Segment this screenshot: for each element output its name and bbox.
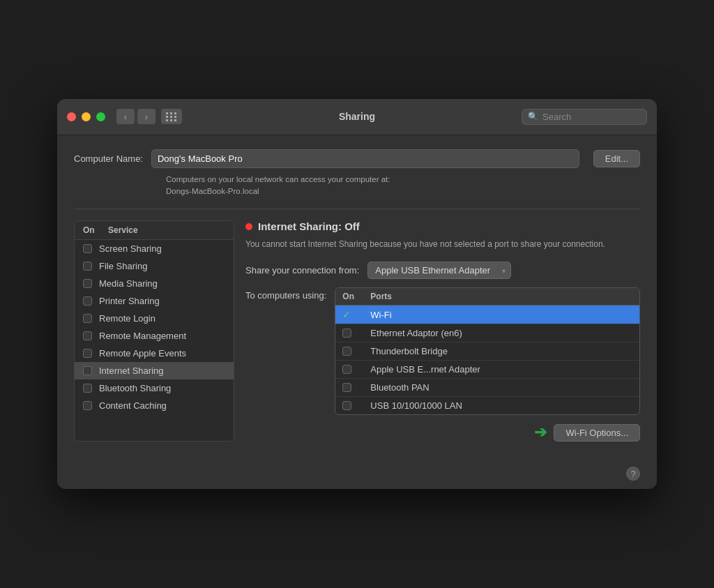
ports-label-apple-usb: Apple USB E...rnet Adapter (370, 364, 480, 375)
sidebar-header-service: Service (108, 225, 138, 235)
bluetooth-sharing-checkbox[interactable] (83, 384, 92, 393)
grid-icon (166, 112, 177, 121)
sidebar-label-bluetooth-sharing: Bluetooth Sharing (99, 383, 171, 393)
computer-name-row: Computer Name: Edit... (74, 149, 640, 168)
media-sharing-checkbox[interactable] (83, 279, 92, 288)
usb-lan-checkbox[interactable] (342, 401, 351, 410)
computers-using-label: To computers using: (245, 287, 326, 301)
sidebar-label-media-sharing: Media Sharing (99, 278, 158, 289)
share-from-dropdown-wrapper: Apple USB Ethernet Adapter ▾ (367, 262, 511, 279)
ports-row-wifi[interactable]: ✓ Wi-Fi (335, 306, 639, 324)
ports-row-thunderbolt[interactable]: Thunderbolt Bridge (335, 342, 639, 361)
close-button[interactable] (67, 112, 76, 121)
remote-apple-events-checkbox[interactable] (83, 349, 92, 358)
content: Computer Name: Edit... Computers on your… (57, 135, 657, 456)
sidebar: On Service Screen Sharing File Sharing M… (74, 220, 234, 442)
sidebar-label-file-sharing: File Sharing (99, 261, 147, 271)
sidebar-header: On Service (75, 221, 234, 240)
sidebar-item-remote-apple-events[interactable]: Remote Apple Events (75, 345, 234, 362)
computers-using-row: To computers using: On Ports ✓ Wi-Fi (245, 287, 640, 415)
sidebar-header-on: On (83, 225, 108, 235)
content-caching-checkbox[interactable] (83, 401, 92, 410)
screen-sharing-checkbox[interactable] (83, 244, 92, 253)
traffic-lights (67, 112, 105, 121)
ports-label-bluetooth-pan: Bluetooth PAN (370, 382, 429, 393)
sidebar-label-content-caching: Content Caching (99, 400, 167, 411)
search-box[interactable]: 🔍 (522, 109, 647, 125)
sidebar-label-internet-sharing: Internet Sharing (99, 365, 164, 376)
edit-button[interactable]: Edit... (593, 150, 640, 167)
search-icon: 🔍 (528, 112, 538, 121)
printer-sharing-checkbox[interactable] (83, 296, 92, 306)
remote-login-checkbox[interactable] (83, 314, 92, 323)
sidebar-label-remote-apple-events: Remote Apple Events (99, 348, 186, 359)
ports-col-on: On (342, 292, 370, 301)
ports-label-ethernet: Ethernet Adaptor (en6) (370, 328, 462, 338)
sidebar-item-remote-login[interactable]: Remote Login (75, 310, 234, 327)
maximize-button[interactable] (96, 112, 105, 121)
apple-usb-checkbox[interactable] (342, 365, 351, 374)
computer-name-sub: Computers on your local network can acce… (166, 174, 640, 198)
titlebar: ‹ › Sharing 🔍 (57, 99, 657, 135)
ports-label-thunderbolt: Thunderbolt Bridge (370, 346, 448, 356)
grid-button[interactable] (161, 109, 182, 124)
sidebar-label-remote-management: Remote Management (99, 331, 186, 341)
remote-management-checkbox[interactable] (83, 331, 92, 340)
sidebar-item-file-sharing[interactable]: File Sharing (75, 257, 234, 275)
bottom-bar: ? (57, 455, 657, 489)
internet-sharing-checkbox[interactable] (83, 366, 92, 375)
sidebar-item-content-caching[interactable]: Content Caching (75, 397, 234, 414)
ethernet-check (342, 329, 370, 338)
apple-usb-check (342, 365, 370, 374)
sidebar-label-screen-sharing: Screen Sharing (99, 243, 162, 254)
main-area: On Service Screen Sharing File Sharing M… (74, 220, 640, 442)
thunderbolt-check (342, 347, 370, 356)
sidebar-item-remote-management[interactable]: Remote Management (75, 327, 234, 345)
detail-panel: Internet Sharing: Off You cannot start I… (245, 220, 640, 442)
file-sharing-checkbox[interactable] (83, 262, 92, 271)
sidebar-label-printer-sharing: Printer Sharing (99, 296, 160, 306)
ports-table-header: On Ports (335, 288, 639, 306)
share-from-label: Share your connection from: (245, 265, 359, 276)
help-button[interactable]: ? (626, 467, 640, 481)
ports-col-ports: Ports (370, 292, 392, 301)
sidebar-item-screen-sharing[interactable]: Screen Sharing (75, 240, 234, 257)
window: ‹ › Sharing 🔍 Computer Name: Edit... Com… (57, 99, 657, 490)
nav-buttons: ‹ › (116, 109, 155, 124)
status-desc: You cannot start Internet Sharing becaus… (245, 238, 640, 250)
status-row: Internet Sharing: Off (245, 220, 640, 232)
wifi-options-arrow-icon: ➔ (534, 423, 547, 442)
ports-row-ethernet[interactable]: Ethernet Adaptor (en6) (335, 324, 639, 342)
back-button[interactable]: ‹ (116, 109, 135, 124)
ports-row-usb-lan[interactable]: USB 10/100/1000 LAN (335, 397, 639, 414)
divider (74, 209, 640, 209)
status-title: Internet Sharing: Off (258, 220, 360, 232)
ports-label-usb-lan: USB 10/100/1000 LAN (370, 400, 462, 411)
status-dot (245, 223, 252, 230)
window-title: Sharing (339, 111, 375, 122)
sidebar-label-remote-login: Remote Login (99, 313, 155, 324)
computer-name-label: Computer Name: (74, 153, 143, 164)
share-from-row: Share your connection from: Apple USB Et… (245, 262, 640, 279)
share-from-dropdown[interactable]: Apple USB Ethernet Adapter (367, 262, 511, 279)
wifi-checkmark: ✓ (342, 309, 370, 320)
usb-lan-check (342, 401, 370, 410)
computer-name-input[interactable] (151, 149, 579, 168)
ports-row-apple-usb[interactable]: Apple USB E...rnet Adapter (335, 361, 639, 379)
bluetooth-pan-check (342, 383, 370, 392)
sidebar-item-internet-sharing[interactable]: Internet Sharing (75, 362, 234, 379)
ports-table: On Ports ✓ Wi-Fi Ethernet Adaptor (en6) (335, 287, 640, 415)
sidebar-item-media-sharing[interactable]: Media Sharing (75, 275, 234, 292)
sidebar-item-printer-sharing[interactable]: Printer Sharing (75, 292, 234, 310)
bluetooth-pan-checkbox[interactable] (342, 383, 351, 392)
thunderbolt-checkbox[interactable] (342, 347, 351, 356)
wifi-options-row: ➔ Wi-Fi Options... (245, 423, 640, 442)
minimize-button[interactable] (82, 112, 91, 121)
ethernet-checkbox[interactable] (342, 329, 351, 338)
ports-row-bluetooth-pan[interactable]: Bluetooth PAN (335, 379, 639, 397)
wifi-options-button[interactable]: Wi-Fi Options... (554, 424, 640, 442)
search-input[interactable] (542, 112, 641, 122)
sidebar-item-bluetooth-sharing[interactable]: Bluetooth Sharing (75, 379, 234, 397)
ports-label-wifi: Wi-Fi (370, 310, 391, 320)
forward-button[interactable]: › (137, 109, 155, 124)
